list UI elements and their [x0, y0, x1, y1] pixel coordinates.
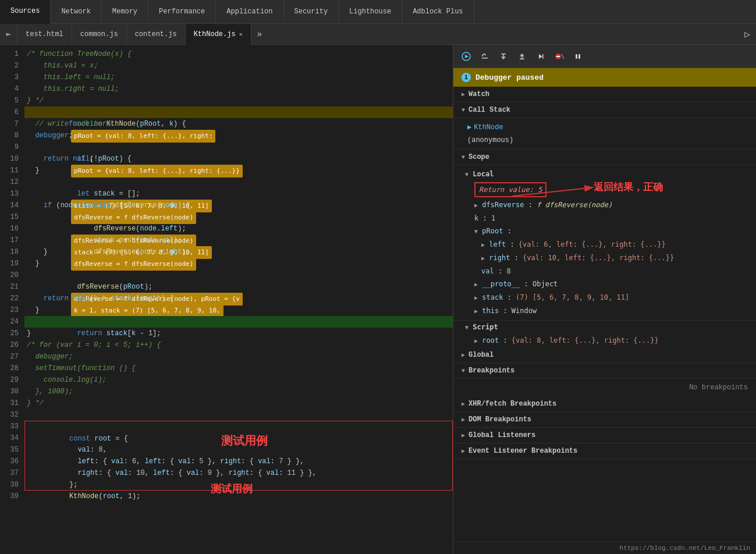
- resume-button[interactable]: [459, 49, 473, 63]
- local-header[interactable]: Local: [453, 168, 756, 181]
- current-pointer-icon: ▶: [467, 123, 471, 132]
- code-line-25: }: [24, 328, 453, 339]
- tab-performance[interactable]: Performance: [148, 0, 216, 24]
- proot-left-item[interactable]: left : {val: 6, left: {...}, right: {...…: [453, 238, 756, 251]
- step-out-button[interactable]: [515, 49, 529, 63]
- tab-adblock[interactable]: Adblock Plus: [402, 0, 474, 24]
- code-line-3: this.left = null;: [24, 72, 453, 83]
- more-tabs-button[interactable]: »: [251, 24, 268, 45]
- bottom-link: https://blog.csdn.net/Leo_Franklin: [453, 542, 756, 554]
- tab-memory[interactable]: Memory: [102, 0, 148, 24]
- callstack-section-header[interactable]: Call Stack: [453, 102, 756, 118]
- script-arrow-icon: [465, 324, 468, 331]
- code-line-14: if (node != null) {: [24, 200, 453, 211]
- step-button[interactable]: [534, 49, 548, 63]
- global-listeners-label: Global Listeners: [468, 431, 535, 439]
- step-over-button[interactable]: [478, 49, 492, 63]
- svg-marker-1: [465, 55, 468, 58]
- top-tab-bar: Sources Network Memory Performance Appli…: [0, 0, 756, 24]
- code-line-34: val: 8,: [24, 432, 453, 444]
- code-line-35: left: { val: 6, left: { val: 5 }, right:…: [24, 444, 453, 456]
- file-tab-commonjs[interactable]: common.js: [72, 24, 127, 45]
- script-header[interactable]: Script: [453, 321, 756, 334]
- script-root-item[interactable]: root : {val: 8, left: {...}, right: {...…: [453, 334, 756, 347]
- close-file-icon[interactable]: ✕: [239, 31, 243, 38]
- xhr-arrow-icon: [462, 400, 465, 407]
- callstack-content: ▶ KthNode (anonymous): [453, 118, 756, 150]
- code-line-26: /* for (var i = 0; i < 5; i++) {: [24, 339, 453, 351]
- info-icon: i: [462, 73, 471, 82]
- code-editor[interactable]: 12345 678910 1112131415 1617181920 21222…: [0, 45, 453, 554]
- callstack-item-anonymous[interactable]: (anonymous): [453, 134, 756, 147]
- global-listeners-header[interactable]: Global Listeners: [453, 428, 756, 443]
- callstack-item-label-0: KthNode: [474, 123, 503, 132]
- tab-lighthouse[interactable]: Lighthouse: [339, 0, 402, 24]
- xhr-breakpoints-header[interactable]: XHR/fetch Breakpoints: [453, 396, 756, 412]
- code-line-30: }, 1000);: [24, 386, 453, 397]
- main-area: 12345 678910 1112131415 1617181920 21222…: [0, 45, 756, 554]
- code-line-6: function KthNode(pRoot, k) { pRoot = {va…: [24, 106, 453, 118]
- stack-item[interactable]: stack : (7) [5, 6, 7, 8, 9, 10, 11]: [453, 291, 756, 304]
- breakpoints-arrow-icon: [462, 368, 465, 374]
- file-tab-kthnodejs[interactable]: KthNode.js ✕: [186, 24, 251, 45]
- return-value-text: Return value: 5: [479, 186, 542, 194]
- proot-item[interactable]: pRoot :: [453, 225, 756, 238]
- code-line-9: if (!pRoot) { pRoot = {val: 8, left: {..…: [24, 141, 453, 153]
- tab-sources[interactable]: Sources: [0, 0, 51, 24]
- dom-arrow-icon: [462, 416, 465, 423]
- tab-network[interactable]: Network: [51, 0, 101, 24]
- file-tab-contentjs[interactable]: content.js: [127, 24, 186, 45]
- tab-security[interactable]: Security: [284, 0, 339, 24]
- deactivate-breakpoints-button[interactable]: [552, 49, 566, 63]
- code-line-39: [24, 491, 453, 502]
- proot-right-arrow-icon: [481, 255, 485, 261]
- callstack-arrow-icon: [462, 107, 465, 113]
- event-listeners-header[interactable]: Event Listener Breakpoints: [453, 443, 756, 459]
- breakpoints-section-header[interactable]: Breakpoints: [453, 363, 756, 379]
- this-arrow-icon: [474, 308, 478, 314]
- proot-val-item: val : 8: [453, 265, 756, 278]
- file-tab-testhtml[interactable]: test.html: [17, 24, 72, 45]
- code-line-22: return null;: [24, 293, 453, 304]
- dfs-reverse-item[interactable]: dfsReverse : f dfsReverse(node): [453, 198, 756, 212]
- collapse-sidebar-button[interactable]: ⇤: [0, 24, 17, 45]
- global-label: Global: [468, 351, 494, 359]
- panel-content[interactable]: Watch Call Stack ▶ KthNode (anonymous) S…: [453, 87, 756, 542]
- scope-arrow-icon: [462, 154, 465, 161]
- proot-right-item[interactable]: right : {val: 10, left: {...}, right: {.…: [453, 251, 756, 265]
- callstack-item-kthonode[interactable]: ▶ KthNode: [453, 120, 756, 134]
- dom-breakpoints-header[interactable]: DOM Breakpoints: [453, 412, 756, 428]
- proto-item[interactable]: __proto__ : Object: [453, 278, 756, 291]
- this-item[interactable]: this : Window: [453, 304, 756, 318]
- no-breakpoints-text: No breakpoints: [453, 379, 756, 396]
- watch-section-header[interactable]: Watch: [453, 87, 756, 102]
- code-line-21: if (k > stack.length) { k = 1, stack = (…: [24, 281, 453, 293]
- code-line-33: const root = {: [24, 421, 453, 432]
- xhr-breakpoints-label: XHR/fetch Breakpoints: [468, 400, 556, 408]
- step-into-button[interactable]: [496, 49, 510, 63]
- right-panel: i Debugger paused Watch Call Stack ▶ Kth…: [453, 45, 756, 554]
- code-line-5: } */: [24, 95, 453, 106]
- watch-arrow-icon: [462, 91, 465, 98]
- dom-breakpoints-label: DOM Breakpoints: [468, 416, 531, 424]
- code-line-16: stack.push(node.val); stack = (7) [5, 6,…: [24, 223, 453, 235]
- code-line-38: KthNode(root, 1);: [24, 479, 453, 491]
- debugger-paused-banner: i Debugger paused: [453, 68, 756, 87]
- code-line-7: // write code here: [24, 118, 453, 130]
- code-line-29: console.log(i);: [24, 374, 453, 386]
- pause-on-exceptions-button[interactable]: [571, 49, 585, 63]
- svg-rect-4: [520, 58, 524, 59]
- navigate-forward-button[interactable]: ▷: [739, 24, 756, 45]
- event-listeners-label: Event Listener Breakpoints: [468, 447, 577, 455]
- code-line-4: this.right = null;: [24, 83, 453, 95]
- tab-application[interactable]: Application: [216, 0, 283, 24]
- code-line-37: };: [24, 467, 453, 479]
- global-section-header[interactable]: Global: [453, 347, 756, 363]
- proot-arrow-icon: [474, 228, 478, 235]
- svg-rect-3: [501, 54, 506, 55]
- debugger-paused-text: Debugger paused: [475, 73, 544, 82]
- stack-arrow-icon: [474, 294, 478, 301]
- scope-section-header[interactable]: Scope: [453, 150, 756, 165]
- code-line-13: function dfsReverse(node) { dfsReverse =…: [24, 188, 453, 200]
- event-listeners-arrow-icon: [462, 448, 465, 454]
